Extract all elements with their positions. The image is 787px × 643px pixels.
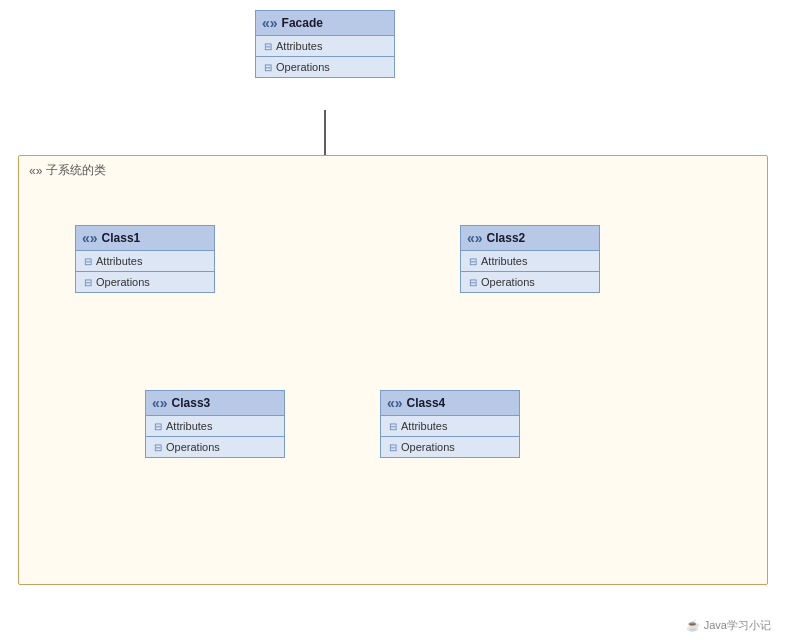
class1-attributes-icon: ⊟	[84, 256, 92, 267]
class2-attributes-icon: ⊟	[469, 256, 477, 267]
class4-operations-icon: ⊟	[389, 442, 397, 453]
class1-operations-label: Operations	[96, 276, 150, 288]
class3-operations-label: Operations	[166, 441, 220, 453]
canvas: «» Facade ⊟ Attributes ⊟ Operations «» 子…	[0, 0, 787, 643]
class4-header: «» Class4	[381, 391, 519, 416]
facade-class-name: Facade	[282, 16, 323, 30]
class1-chevron-icon: «»	[82, 230, 98, 246]
subsystem-box: «» 子系统的类	[18, 155, 768, 585]
class3-operations-section: ⊟ Operations	[146, 437, 284, 457]
facade-attributes-label: Attributes	[276, 40, 322, 52]
facade-operations-section: ⊟ Operations	[256, 57, 394, 77]
class2-operations-section: ⊟ Operations	[461, 272, 599, 292]
class1-attributes-section: ⊟ Attributes	[76, 251, 214, 272]
watermark-icon: ☕	[686, 619, 700, 632]
class4-attributes-section: ⊟ Attributes	[381, 416, 519, 437]
class4-operations-label: Operations	[401, 441, 455, 453]
facade-attributes-icon: ⊟	[264, 41, 272, 52]
class1-box: «» Class1 ⊟ Attributes ⊟ Operations	[75, 225, 215, 293]
class3-box: «» Class3 ⊟ Attributes ⊟ Operations	[145, 390, 285, 458]
class3-attributes-section: ⊟ Attributes	[146, 416, 284, 437]
watermark-text: Java学习小记	[704, 618, 771, 633]
facade-class: «» Facade ⊟ Attributes ⊟ Operations	[255, 10, 395, 78]
subsystem-chevron-icon: «»	[29, 164, 42, 178]
class1-header: «» Class1	[76, 226, 214, 251]
subsystem-name: 子系统的类	[46, 162, 106, 179]
class4-operations-section: ⊟ Operations	[381, 437, 519, 457]
class3-attributes-icon: ⊟	[154, 421, 162, 432]
subsystem-label: «» 子系统的类	[29, 162, 106, 179]
class2-chevron-icon: «»	[467, 230, 483, 246]
class1-operations-section: ⊟ Operations	[76, 272, 214, 292]
facade-attributes-section: ⊟ Attributes	[256, 36, 394, 57]
facade-chevron-icon: «»	[262, 15, 278, 31]
class1-operations-icon: ⊟	[84, 277, 92, 288]
class4-attributes-icon: ⊟	[389, 421, 397, 432]
facade-header: «» Facade	[256, 11, 394, 36]
class2-box: «» Class2 ⊟ Attributes ⊟ Operations	[460, 225, 600, 293]
class3-name: Class3	[172, 396, 211, 410]
class1-attributes-label: Attributes	[96, 255, 142, 267]
class2-header: «» Class2	[461, 226, 599, 251]
watermark: ☕ Java学习小记	[686, 618, 771, 633]
class4-box: «» Class4 ⊟ Attributes ⊟ Operations	[380, 390, 520, 458]
class4-name: Class4	[407, 396, 446, 410]
class2-operations-icon: ⊟	[469, 277, 477, 288]
class2-attributes-section: ⊟ Attributes	[461, 251, 599, 272]
class4-attributes-label: Attributes	[401, 420, 447, 432]
facade-operations-label: Operations	[276, 61, 330, 73]
class2-attributes-label: Attributes	[481, 255, 527, 267]
class2-operations-label: Operations	[481, 276, 535, 288]
class4-chevron-icon: «»	[387, 395, 403, 411]
class3-operations-icon: ⊟	[154, 442, 162, 453]
class1-name: Class1	[102, 231, 141, 245]
facade-operations-icon: ⊟	[264, 62, 272, 73]
class3-header: «» Class3	[146, 391, 284, 416]
class3-chevron-icon: «»	[152, 395, 168, 411]
class3-attributes-label: Attributes	[166, 420, 212, 432]
class2-name: Class2	[487, 231, 526, 245]
